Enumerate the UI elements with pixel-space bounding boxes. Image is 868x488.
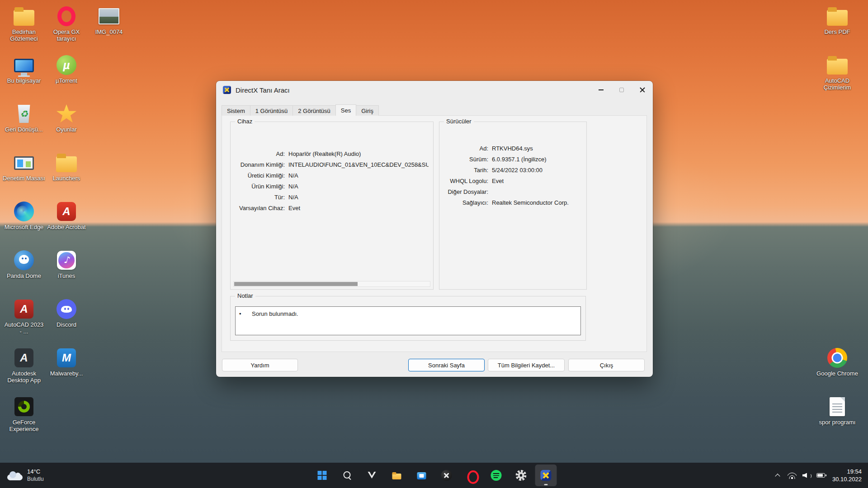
taskbar-app-list (311, 465, 557, 486)
notes-box[interactable]: • Sorun bulunmadı. (235, 306, 581, 335)
folder-icon (827, 10, 848, 26)
desktop-icon-label: Bu bilgisayar (3, 77, 45, 84)
microsoft-store-icon (416, 470, 427, 481)
field-value: INTELAUDIO\FUNC_01&VEN_10EC&DEV_0258&SUB… (288, 161, 429, 168)
desktop-icon[interactable]: IMG_0074 (88, 5, 130, 51)
desktop-icon[interactable]: Panda Dome (3, 249, 45, 295)
start-icon (317, 470, 328, 481)
save-all-info-button[interactable]: Tüm Bilgileri Kaydet... (488, 359, 565, 371)
maximize-button[interactable] (611, 81, 632, 99)
taskbar-app-button[interactable] (311, 465, 333, 486)
field-value: N/A (288, 194, 429, 201)
desktop-icon[interactable]: µTorrent (45, 54, 88, 99)
field-value: Evet (288, 205, 429, 211)
desktop-icon[interactable]: Denetim Masası (3, 152, 45, 197)
desktop-icon[interactable]: Adobe Acrobat (45, 201, 88, 246)
minimize-button[interactable] (590, 81, 611, 99)
taskbar-app-button[interactable] (510, 465, 532, 486)
folder-icon (56, 156, 77, 172)
taskbar-app-button[interactable] (336, 465, 358, 486)
taskbar-clock[interactable]: 19:54 30.10.2022 (832, 468, 862, 483)
desktop-icon-label: Discord (45, 321, 88, 328)
dxdiag-icon (223, 86, 231, 94)
field-value: 6.0.9357.1 (İngilizce) (492, 156, 582, 163)
desktop-icon[interactable]: AutoCAD Çizimlerim (816, 54, 859, 99)
field-label: WHQL Logolu: (444, 178, 492, 184)
taskbar-app-button[interactable] (386, 465, 408, 486)
desktop-icon[interactable]: Bu bilgisayar (3, 54, 45, 99)
desktop-icon[interactable]: Geri Dönüşü... (3, 103, 45, 148)
taskbar-app-button[interactable] (461, 465, 482, 486)
tray-button[interactable] (800, 466, 813, 484)
field-value: 5/24/2022 03:00:00 (492, 167, 582, 174)
clock-time: 19:54 (847, 468, 862, 475)
opera-gx-icon (57, 6, 75, 26)
taskbar-app-button[interactable] (436, 465, 458, 486)
next-page-button[interactable]: Sonraki Sayfa (408, 359, 485, 371)
field-value: Hoparlör (Realtek(R) Audio) (288, 150, 429, 157)
desktop-icon[interactable]: Ders PDF (816, 5, 859, 51)
spotify-icon (491, 470, 502, 481)
dialog-tab[interactable]: Ses (335, 104, 356, 116)
dialog-tab[interactable]: Sistem (222, 105, 250, 116)
field-label: Ad: (235, 150, 288, 157)
tray-button[interactable] (785, 466, 799, 484)
opera-gx-taskbar-icon (367, 470, 377, 481)
desktop-icon[interactable]: iTunes (45, 249, 88, 295)
desktop-icon-label: AutoCAD Çizimlerim (816, 77, 859, 91)
field-label: Sağlayıcı: (444, 199, 492, 206)
exit-button[interactable]: Çıkış (568, 359, 645, 371)
volume-icon (802, 472, 811, 479)
desktop-icon[interactable]: spor programı (816, 396, 859, 441)
weather-widget[interactable]: 14°C Bulutlu (0, 463, 51, 488)
desktop-icon[interactable]: Opera GX tarayıcı (45, 5, 88, 51)
taskbar-app-button[interactable] (486, 465, 507, 486)
dialog-tab[interactable]: 2 Görüntüsü (292, 105, 336, 116)
desktop-icon[interactable]: Bedirhan Gözlemeci (3, 5, 45, 51)
xbox-icon (441, 470, 452, 481)
settings-icon (516, 470, 527, 481)
desktop-icon-column-2: Opera GX tarayıcı µTorrent Oyunlar Launc… (45, 5, 88, 441)
field-value: Realtek Semiconductor Corp. (492, 199, 582, 206)
desktop-icon[interactable]: Microsoft Edge (3, 201, 45, 246)
dialog-tab[interactable]: Giriş (356, 105, 379, 116)
dialog-tab[interactable]: 1 Görüntüsü (250, 105, 293, 116)
driver-fields: Ad: RTKVHD64.sys Sürüm: 6.0.9357.1 (İngi… (439, 143, 586, 208)
field-row: Ad: Hoparlör (Realtek(R) Audio) (235, 148, 429, 159)
image-icon (99, 8, 119, 24)
malwarebytes-icon (57, 348, 76, 367)
field-label: Donanım Kimliği: (235, 161, 288, 168)
desktop-icon[interactable]: Autodesk Desktop App (3, 347, 45, 392)
desktop-icon[interactable]: GeForce Experience (3, 396, 45, 441)
dialog-titlebar[interactable]: DirectX Tanı Aracı (216, 81, 653, 99)
desktop-icon[interactable]: Oyunlar (45, 103, 88, 148)
field-label: Üretici Kimliği: (235, 172, 288, 179)
tray-button[interactable] (814, 466, 828, 484)
close-button[interactable] (632, 81, 653, 99)
desktop-icon[interactable]: Discord (45, 298, 88, 343)
horizontal-scrollbar[interactable] (233, 281, 430, 287)
desktop-icon[interactable]: AutoCAD 2023 - ... (3, 298, 45, 343)
desktop-icon-label: Google Chrome (816, 370, 859, 377)
desktop-icon[interactable]: Google Chrome (816, 347, 859, 392)
field-label: Tarih: (444, 167, 492, 174)
tray-button[interactable] (771, 466, 784, 484)
sound-tab-page: Cihaz Ad: Hoparlör (Realtek(R) Audio) Do… (222, 115, 647, 352)
desktop-icon-label: iTunes (45, 272, 88, 279)
opera-icon (466, 470, 477, 481)
desktop-icon-label: Microsoft Edge (3, 224, 45, 230)
desktop-icon-label: Malwareby... (45, 370, 88, 377)
taskbar-app-button[interactable] (535, 465, 557, 486)
desktop-icon-label: Bedirhan Gözlemeci (3, 28, 45, 42)
desktop-icon[interactable]: Malwareby... (45, 347, 88, 392)
field-row: Tarih: 5/24/2022 03:00:00 (444, 164, 582, 175)
taskbar-app-button[interactable] (361, 465, 383, 486)
dxdiag-dialog: DirectX Tanı Aracı Sistem 1 Görüntüsü 2 … (216, 81, 653, 377)
scrollbar-thumb[interactable] (234, 282, 358, 286)
desktop-icon[interactable]: Launchers (45, 152, 88, 197)
field-row: Ürün Kimliği: N/A (235, 181, 429, 192)
field-label: Diğer Dosyalar: (444, 188, 492, 195)
help-button[interactable]: Yardım (222, 359, 298, 371)
taskbar-app-button[interactable] (411, 465, 433, 486)
chevron-up-icon (775, 473, 780, 478)
